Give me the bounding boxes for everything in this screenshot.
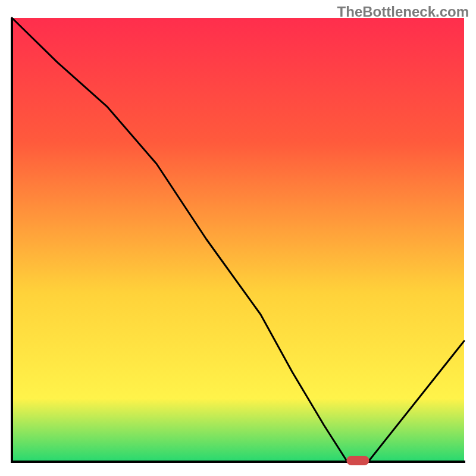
chart-svg: [0, 0, 476, 476]
watermark-text: TheBottleneck.com: [337, 4, 469, 20]
chart-canvas: TheBottleneck.com: [0, 0, 476, 476]
plot-background: [12, 18, 464, 461]
sweet-spot-marker: [346, 456, 369, 465]
